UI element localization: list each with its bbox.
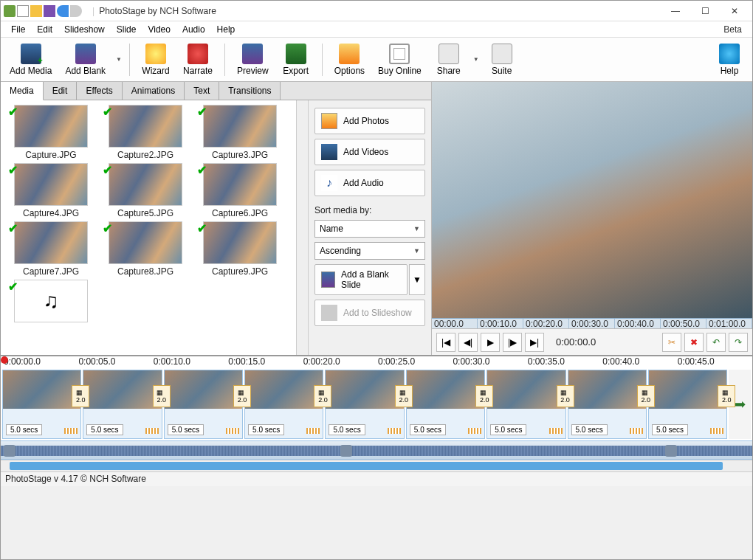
menu-edit[interactable]: Edit	[31, 23, 58, 36]
thumb-label: Capture3.JPG	[212, 150, 268, 160]
narrate-button[interactable]: Narrate	[179, 42, 217, 77]
timeline-clip[interactable]: ▦2.05.0 secs	[83, 370, 162, 439]
media-thumb[interactable]: ✔Capture2.JPG	[100, 105, 191, 160]
redo-button[interactable]: ↷	[729, 333, 748, 352]
transition-marker[interactable]: ▦2.0	[637, 385, 655, 407]
menu-slideshow[interactable]: Slideshow	[58, 23, 111, 36]
menu-help[interactable]: Help	[211, 23, 241, 36]
transition-marker[interactable]: ▦2.0	[233, 385, 251, 407]
timeline-ruler: 0:00:00.00:00:05.00:00:10.00:00:15.00:00…	[1, 356, 752, 368]
next-frame-button[interactable]: |▶	[503, 333, 522, 352]
ruler-tick: 0:01:00.0	[706, 319, 752, 328]
timeline-clip[interactable]: ▦2.05.0 secs	[406, 370, 485, 439]
new-icon[interactable]	[17, 5, 29, 17]
app-icon	[4, 5, 16, 17]
transition-marker[interactable]: ▦2.0	[718, 385, 735, 407]
ruler-tick: 0:00:20.0	[303, 356, 378, 368]
media-thumb[interactable]: ✔Capture5.JPG	[100, 163, 191, 218]
audio-thumb[interactable]: ✔♫	[5, 280, 97, 322]
timeline-clip[interactable]: ▦2.05.0 secs	[648, 370, 727, 439]
add-blank-button[interactable]: Add Blank	[61, 42, 110, 77]
tab-edit[interactable]: Edit	[44, 82, 78, 100]
clip-thumb	[83, 370, 161, 409]
transition-marker[interactable]: ▦2.0	[475, 385, 493, 407]
prev-frame-button[interactable]: ◀|	[458, 333, 478, 352]
add-blank-dropdown[interactable]: ▼	[409, 264, 425, 295]
media-thumb[interactable]: ✔Capture9.JPG	[194, 221, 286, 277]
media-thumb[interactable]: ✔Capture.JPG	[5, 105, 97, 160]
delete-button[interactable]: ✖	[684, 333, 704, 352]
goto-end-button[interactable]: ▶|	[525, 333, 544, 352]
undo-icon[interactable]	[57, 5, 69, 17]
undo-button[interactable]: ↶	[706, 333, 726, 352]
transition-marker[interactable]: ▦2.0	[557, 385, 574, 407]
add-audio-label: Add Audio	[343, 178, 384, 188]
timeline-clip[interactable]: ▦2.05.0 secs	[164, 370, 243, 439]
add-blank-slide-label: Add a Blank Slide	[341, 269, 401, 290]
media-thumb[interactable]: ✔Capture8.JPG	[100, 221, 191, 277]
tab-media[interactable]: Media	[1, 82, 44, 100]
goto-start-button[interactable]: |◀	[436, 333, 455, 352]
menu-video[interactable]: Video	[142, 23, 176, 36]
sort-field-select[interactable]: Name▼	[314, 220, 425, 238]
playhead[interactable]	[1, 356, 8, 364]
scrollbar-thumb[interactable]	[10, 462, 723, 470]
minimize-button[interactable]: —	[661, 2, 690, 20]
menu-file[interactable]: File	[5, 23, 31, 36]
chevron-down-icon[interactable]: ▼	[473, 56, 479, 63]
share-button[interactable]: Share	[430, 42, 467, 77]
ruler-tick: 00:00.0	[432, 319, 478, 328]
check-icon: ✔	[197, 221, 207, 235]
help-button[interactable]: Help	[711, 42, 748, 77]
add-media-button[interactable]: Add Media	[5, 42, 56, 77]
timeline-clip[interactable]: ▦2.05.0 secs	[568, 370, 647, 439]
transition-marker[interactable]: ▦2.0	[395, 385, 413, 407]
window-controls: — ☐ ✕	[661, 2, 749, 20]
thumb-label: Capture9.JPG	[212, 266, 268, 277]
scrollbar-vertical[interactable]	[296, 100, 308, 355]
suite-button[interactable]: Suite	[484, 42, 520, 77]
split-button[interactable]: ✂	[662, 333, 681, 352]
tab-animations[interactable]: Animations	[123, 82, 185, 100]
redo-icon[interactable]	[70, 5, 82, 17]
tab-transitions[interactable]: Transitions	[219, 82, 281, 100]
wizard-button[interactable]: Wizard	[137, 42, 174, 77]
close-button[interactable]: ✕	[720, 2, 749, 20]
timeline-audio-track[interactable]	[1, 440, 752, 460]
tab-effects[interactable]: Effects	[77, 82, 122, 100]
left-panel: Media Edit Effects Animations Text Trans…	[1, 82, 432, 355]
media-thumb[interactable]: ✔Capture7.JPG	[5, 221, 97, 277]
add-videos-button[interactable]: Add Videos	[314, 139, 425, 165]
transition-marker[interactable]: ▦2.0	[314, 385, 331, 407]
media-thumb[interactable]: ✔Capture6.JPG	[194, 163, 286, 218]
chevron-down-icon[interactable]: ▼	[116, 56, 122, 63]
timeline-scrollbar[interactable]	[1, 460, 752, 471]
transition-marker[interactable]: ▦2.0	[153, 385, 171, 407]
transition-marker[interactable]: ▦2.0	[72, 385, 89, 407]
timeline-clip[interactable]: ▦2.05.0 secs	[2, 370, 81, 439]
timeline-clip[interactable]: ▦2.05.0 secs	[244, 370, 323, 439]
menu-audio[interactable]: Audio	[176, 23, 211, 36]
save-icon[interactable]	[44, 5, 55, 17]
maximize-button[interactable]: ☐	[690, 2, 720, 20]
buy-online-button[interactable]: Buy Online	[374, 42, 426, 77]
options-button[interactable]: Options	[330, 42, 369, 77]
media-thumb[interactable]: ✔Capture4.JPG	[5, 163, 97, 218]
add-blank-slide-button[interactable]: Add a Blank Slide	[314, 264, 408, 295]
sort-direction-select[interactable]: Ascending▼	[314, 242, 425, 260]
separator	[224, 44, 225, 76]
open-icon[interactable]	[30, 5, 42, 17]
timeline-clip[interactable]: ▦2.05.0 secs	[486, 370, 565, 439]
clip-thumb	[3, 370, 80, 409]
add-audio-button[interactable]: ♪Add Audio	[314, 170, 425, 196]
tab-text[interactable]: Text	[185, 82, 219, 100]
play-button[interactable]: ▶	[481, 333, 500, 352]
timeline-clip[interactable]: ▦2.05.0 secs	[325, 370, 404, 439]
media-thumb[interactable]: ✔Capture3.JPG	[194, 105, 286, 160]
export-button[interactable]: Export	[278, 42, 314, 77]
clip-duration: 5.0 secs	[490, 424, 526, 435]
preview-button[interactable]: Preview	[233, 42, 273, 77]
add-photos-button[interactable]: Add Photos	[314, 108, 425, 134]
menu-slide[interactable]: Slide	[111, 23, 142, 36]
timeline: 0:00:00.00:00:05.00:00:10.00:00:15.00:00…	[1, 355, 752, 471]
